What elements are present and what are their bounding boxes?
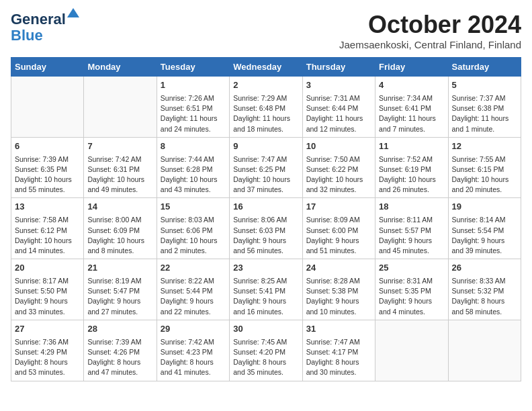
day-number: 19 [452,201,517,214]
day-info: Sunrise: 7:55 AM Sunset: 6:15 PM Dayligh… [452,154,517,195]
day-info: Sunrise: 7:47 AM Sunset: 6:25 PM Dayligh… [233,154,298,195]
calendar-cell: 12Sunrise: 7:55 AM Sunset: 6:15 PM Dayli… [448,137,521,198]
logo-blue: Blue [11,27,43,44]
day-info: Sunrise: 7:37 AM Sunset: 6:38 PM Dayligh… [452,93,517,134]
calendar-cell: 15Sunrise: 8:03 AM Sunset: 6:06 PM Dayli… [157,198,229,259]
day-info: Sunrise: 7:45 AM Sunset: 4:20 PM Dayligh… [233,337,298,378]
calendar-cell: 26Sunrise: 8:33 AM Sunset: 5:32 PM Dayli… [448,259,521,320]
calendar-cell: 10Sunrise: 7:50 AM Sunset: 6:22 PM Dayli… [302,137,375,198]
day-number: 16 [233,201,298,214]
weekday-header-thursday: Thursday [302,58,375,77]
day-info: Sunrise: 8:09 AM Sunset: 6:00 PM Dayligh… [306,215,371,256]
day-number: 20 [15,262,80,275]
calendar-cell: 8Sunrise: 7:44 AM Sunset: 6:28 PM Daylig… [157,137,229,198]
calendar-cell: 25Sunrise: 8:31 AM Sunset: 5:35 PM Dayli… [375,259,448,320]
calendar-cell: 28Sunrise: 7:39 AM Sunset: 4:26 PM Dayli… [84,320,157,381]
weekday-header-monday: Monday [84,58,157,77]
calendar-cell: 14Sunrise: 8:00 AM Sunset: 6:09 PM Dayli… [84,198,157,259]
calendar-cell: 1Sunrise: 7:26 AM Sunset: 6:51 PM Daylig… [157,77,229,138]
day-number: 28 [87,323,152,336]
day-info: Sunrise: 8:33 AM Sunset: 5:32 PM Dayligh… [452,276,517,317]
weekday-header-wednesday: Wednesday [230,58,302,77]
calendar-table: SundayMondayTuesdayWednesdayThursdayFrid… [11,57,521,381]
day-info: Sunrise: 8:25 AM Sunset: 5:41 PM Dayligh… [233,276,298,317]
weekday-header-saturday: Saturday [448,58,521,77]
day-number: 27 [15,323,80,336]
location: Jaemsaenkoski, Central Finland, Finland [339,39,521,50]
day-info: Sunrise: 7:42 AM Sunset: 6:31 PM Dayligh… [87,154,152,195]
day-info: Sunrise: 8:22 AM Sunset: 5:44 PM Dayligh… [161,276,226,317]
day-info: Sunrise: 8:06 AM Sunset: 6:03 PM Dayligh… [233,215,298,256]
day-number: 7 [87,140,152,153]
day-number: 5 [452,79,517,92]
day-info: Sunrise: 7:39 AM Sunset: 6:35 PM Dayligh… [15,154,80,195]
day-number: 15 [161,201,226,214]
day-number: 4 [379,79,444,92]
day-info: Sunrise: 7:52 AM Sunset: 6:19 PM Dayligh… [379,154,444,195]
calendar-cell: 21Sunrise: 8:19 AM Sunset: 5:47 PM Dayli… [84,259,157,320]
calendar-week-4: 20Sunrise: 8:17 AM Sunset: 5:50 PM Dayli… [11,259,521,320]
day-number: 12 [452,140,517,153]
calendar-cell: 2Sunrise: 7:29 AM Sunset: 6:48 PM Daylig… [230,77,302,138]
page-header: General Blue October 2024 Jaemsaenkoski,… [11,11,521,50]
weekday-header-friday: Friday [375,58,448,77]
day-info: Sunrise: 8:17 AM Sunset: 5:50 PM Dayligh… [15,276,80,317]
calendar-cell: 24Sunrise: 8:28 AM Sunset: 5:38 PM Dayli… [302,259,375,320]
title-section: October 2024 Jaemsaenkoski, Central Finl… [339,11,521,50]
calendar-cell [84,77,157,138]
month-title: October 2024 [339,11,521,39]
calendar-week-2: 6Sunrise: 7:39 AM Sunset: 6:35 PM Daylig… [11,137,521,198]
day-info: Sunrise: 8:03 AM Sunset: 6:06 PM Dayligh… [161,215,226,256]
calendar-week-1: 1Sunrise: 7:26 AM Sunset: 6:51 PM Daylig… [11,77,521,138]
logo-icon [67,8,79,17]
day-number: 17 [306,201,371,214]
day-info: Sunrise: 7:44 AM Sunset: 6:28 PM Dayligh… [161,154,226,195]
day-number: 25 [379,262,444,275]
calendar-cell: 22Sunrise: 8:22 AM Sunset: 5:44 PM Dayli… [157,259,229,320]
day-info: Sunrise: 8:31 AM Sunset: 5:35 PM Dayligh… [379,276,444,317]
calendar-cell: 27Sunrise: 7:36 AM Sunset: 4:29 PM Dayli… [11,320,84,381]
day-number: 23 [233,262,298,275]
calendar-cell: 7Sunrise: 7:42 AM Sunset: 6:31 PM Daylig… [84,137,157,198]
day-info: Sunrise: 7:50 AM Sunset: 6:22 PM Dayligh… [306,154,371,195]
calendar-cell: 19Sunrise: 8:14 AM Sunset: 5:54 PM Dayli… [448,198,521,259]
day-info: Sunrise: 7:36 AM Sunset: 4:29 PM Dayligh… [15,337,80,378]
day-info: Sunrise: 7:58 AM Sunset: 6:12 PM Dayligh… [15,215,80,256]
calendar-cell [11,77,84,138]
calendar-cell: 31Sunrise: 7:47 AM Sunset: 4:17 PM Dayli… [302,320,375,381]
day-number: 31 [306,323,371,336]
calendar-cell: 9Sunrise: 7:47 AM Sunset: 6:25 PM Daylig… [230,137,302,198]
calendar-cell: 4Sunrise: 7:34 AM Sunset: 6:41 PM Daylig… [375,77,448,138]
day-number: 9 [233,140,298,153]
calendar-cell: 3Sunrise: 7:31 AM Sunset: 6:44 PM Daylig… [302,77,375,138]
calendar-cell: 18Sunrise: 8:11 AM Sunset: 5:57 PM Dayli… [375,198,448,259]
calendar-cell: 29Sunrise: 7:42 AM Sunset: 4:23 PM Dayli… [157,320,229,381]
calendar-cell: 30Sunrise: 7:45 AM Sunset: 4:20 PM Dayli… [230,320,302,381]
calendar-cell: 11Sunrise: 7:52 AM Sunset: 6:19 PM Dayli… [375,137,448,198]
logo-general: General [11,11,66,28]
weekday-header-row: SundayMondayTuesdayWednesdayThursdayFrid… [11,58,521,77]
day-info: Sunrise: 8:11 AM Sunset: 5:57 PM Dayligh… [379,215,444,256]
svg-marker-0 [67,8,79,17]
calendar-cell: 23Sunrise: 8:25 AM Sunset: 5:41 PM Dayli… [230,259,302,320]
day-number: 26 [452,262,517,275]
calendar-cell [448,320,521,381]
day-number: 10 [306,140,371,153]
day-number: 11 [379,140,444,153]
calendar-cell: 6Sunrise: 7:39 AM Sunset: 6:35 PM Daylig… [11,137,84,198]
day-number: 30 [233,323,298,336]
day-number: 14 [87,201,152,214]
calendar-cell: 20Sunrise: 8:17 AM Sunset: 5:50 PM Dayli… [11,259,84,320]
logo: General Blue [11,11,66,44]
calendar-cell: 16Sunrise: 8:06 AM Sunset: 6:03 PM Dayli… [230,198,302,259]
day-info: Sunrise: 7:26 AM Sunset: 6:51 PM Dayligh… [161,93,226,134]
day-info: Sunrise: 8:19 AM Sunset: 5:47 PM Dayligh… [87,276,152,317]
day-info: Sunrise: 7:39 AM Sunset: 4:26 PM Dayligh… [87,337,152,378]
day-info: Sunrise: 7:31 AM Sunset: 6:44 PM Dayligh… [306,93,371,134]
calendar-cell: 17Sunrise: 8:09 AM Sunset: 6:00 PM Dayli… [302,198,375,259]
day-number: 3 [306,79,371,92]
day-number: 2 [233,79,298,92]
calendar-week-3: 13Sunrise: 7:58 AM Sunset: 6:12 PM Dayli… [11,198,521,259]
day-number: 21 [87,262,152,275]
day-number: 22 [161,262,226,275]
